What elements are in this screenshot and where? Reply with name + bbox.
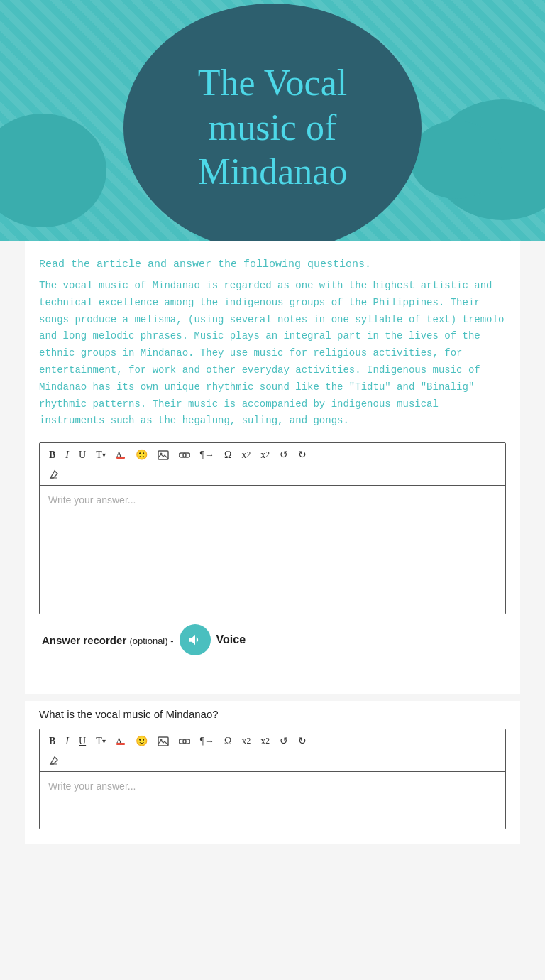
undo-button[interactable]: ↺	[276, 447, 292, 462]
editor2-undo-button[interactable]: ↺	[276, 734, 292, 748]
paragraph-button[interactable]: ¶→	[197, 448, 218, 462]
color-button[interactable]: A	[112, 449, 129, 462]
editor2-omega-button[interactable]: Ω	[221, 734, 235, 748]
svg-text:A: A	[116, 736, 122, 744]
title-circle: The Vocal music of Mindanao	[123, 4, 422, 241]
question2-section: What is the vocal music of Mindanao? B I…	[25, 701, 520, 844]
editor2-superscript-button[interactable]: x2	[257, 734, 273, 748]
editor2-link-button[interactable]	[175, 736, 194, 747]
page-title: The Vocal music of Mindanao	[184, 47, 362, 208]
redo-button[interactable]: ↻	[294, 447, 310, 462]
editor2-image-button[interactable]	[154, 735, 172, 748]
article-prompt: Read the article and answer the followin…	[39, 258, 506, 271]
recorder-optional-label: (optional) -	[129, 636, 173, 646]
editor1-placeholder: Write your answer...	[48, 494, 136, 506]
editor2-text-type-button[interactable]: T▾	[92, 734, 109, 748]
link-button[interactable]	[175, 450, 194, 461]
svg-rect-7	[158, 737, 168, 746]
recorder-label: Answer recorder (optional) -	[42, 634, 174, 646]
editor2-eraser-button[interactable]	[45, 754, 62, 767]
editor2-italic-button[interactable]: I	[62, 734, 72, 748]
speaker-icon	[187, 632, 203, 648]
omega-button[interactable]: Ω	[221, 448, 235, 462]
article-body: The vocal music of Mindanao is regarded …	[39, 278, 506, 430]
editor2-container: B I U T▾ A 🙂 ¶→ Ω x2 x2 ↺ ↻	[39, 729, 506, 829]
cloud-right2	[410, 121, 502, 199]
underline-button[interactable]: U	[75, 448, 89, 462]
editor2-redo-button[interactable]: ↻	[294, 734, 310, 748]
answer-recorder: Answer recorder (optional) - Voice	[39, 624, 506, 655]
svg-text:A: A	[116, 450, 122, 458]
editor2-bold-button[interactable]: B	[45, 734, 59, 748]
editor2-body[interactable]: Write your answer...	[40, 772, 505, 829]
recorder-voice-label: Voice	[216, 633, 246, 646]
emoji-button[interactable]: 🙂	[132, 447, 151, 462]
superscript-button[interactable]: x2	[257, 448, 273, 462]
editor2-color-button[interactable]: A	[112, 735, 129, 748]
editor1-body[interactable]: Write your answer...	[40, 486, 505, 614]
editor1-toolbar: B I U T▾ A 🙂 ¶→ Ω x2 x2 ↺ ↻	[40, 443, 505, 486]
content-area: Read the article and answer the followin…	[25, 241, 520, 694]
italic-button[interactable]: I	[62, 448, 72, 462]
cloud-left	[0, 114, 106, 227]
editor2-paragraph-button[interactable]: ¶→	[197, 734, 218, 748]
bold-button[interactable]: B	[45, 448, 59, 462]
editor1-container: B I U T▾ A 🙂 ¶→ Ω x2 x2 ↺ ↻	[39, 442, 506, 614]
svg-rect-2	[158, 451, 168, 459]
editor2-placeholder: Write your answer...	[48, 780, 136, 792]
eraser-button[interactable]	[45, 468, 62, 481]
editor2-toolbar: B I U T▾ A 🙂 ¶→ Ω x2 x2 ↺ ↻	[40, 729, 505, 772]
subscript-button[interactable]: x2	[238, 448, 254, 462]
header-background: The Vocal music of Mindanao	[0, 0, 545, 241]
recorder-button[interactable]	[180, 624, 211, 655]
editor2-subscript-button[interactable]: x2	[238, 734, 254, 748]
question2-text: What is the vocal music of Mindanao?	[39, 701, 506, 720]
text-type-button[interactable]: T▾	[92, 448, 109, 462]
editor2-underline-button[interactable]: U	[75, 734, 89, 748]
editor2-emoji-button[interactable]: 🙂	[132, 734, 151, 748]
image-button[interactable]	[154, 449, 172, 462]
